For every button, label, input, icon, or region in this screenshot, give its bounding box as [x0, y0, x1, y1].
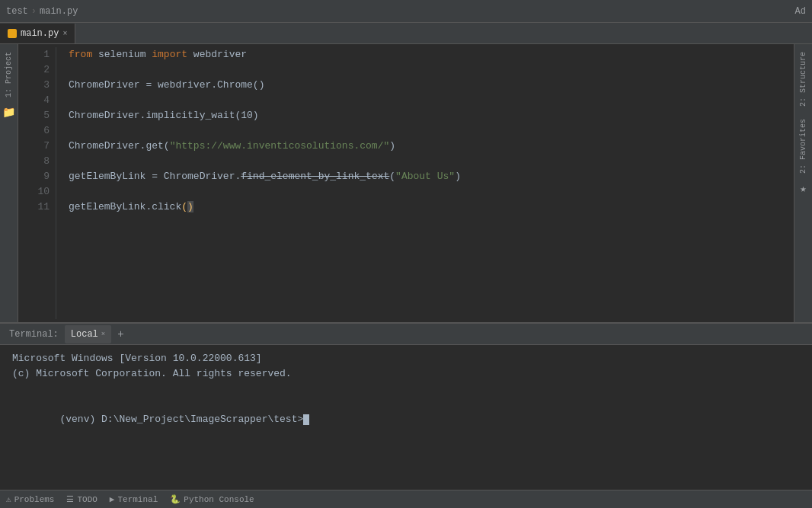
code-line-2 — [69, 62, 782, 78]
line-num-4: 4 — [24, 93, 50, 108]
code-line-9: getElemByLink = ChromeDriver.find_elemen… — [69, 169, 782, 184]
tab-label: main.py — [21, 28, 59, 39]
code-line-6 — [69, 123, 782, 139]
line-num-11: 11 — [24, 200, 50, 215]
breadcrumb: test › main.py — [6, 6, 78, 17]
terminal-prompt-line: (venv) D:\New_Project\ImageScrapper\test… — [12, 397, 800, 443]
code-lines: from selenium import webdriver ChromeDri… — [56, 47, 794, 319]
breadcrumb-file[interactable]: main.py — [40, 6, 78, 17]
line-num-9: 9 — [24, 169, 50, 184]
python-console-label: Python Console — [184, 495, 254, 504]
terminal-cursor — [303, 414, 309, 425]
tab-close-button[interactable]: × — [62, 30, 67, 38]
left-sidebar: 1: Project 📁 — [0, 44, 18, 322]
panel-area: Terminal: Local × + Microsoft Windows [V… — [0, 322, 812, 490]
line-num-10: 10 — [24, 184, 50, 200]
right-sidebar: 2: Structure 2: Favorites ★ — [794, 44, 812, 322]
sidebar-item-project[interactable]: 1: Project — [3, 47, 14, 102]
status-item-todo[interactable]: ☰ TODO — [66, 494, 97, 504]
todo-icon: ☰ — [66, 494, 74, 504]
line-num-3: 3 — [24, 78, 50, 93]
star-icon[interactable]: ★ — [797, 181, 810, 195]
file-tab-main[interactable]: main.py × — [0, 24, 75, 43]
line-num-5: 5 — [24, 108, 50, 123]
top-bar-right: Ad — [795, 6, 806, 17]
line-num-7: 7 — [24, 139, 50, 154]
status-item-terminal[interactable]: ▶ Terminal — [110, 494, 158, 504]
status-item-problems[interactable]: ⚠ Problems — [6, 494, 54, 504]
main-area: 1: Project 📁 1 2 3 4 5 6 7 8 9 10 11 — [0, 44, 812, 490]
panel-terminal-label: Terminal: — [6, 329, 62, 340]
sidebar-item-structure[interactable]: 2: Structure — [798, 47, 809, 111]
editor-area: 1 2 3 4 5 6 7 8 9 10 11 from selenium im… — [18, 44, 794, 322]
code-line-5: ChromeDriver.implicitly_wait(10) — [69, 108, 782, 123]
terminal-line-2: (c) Microsoft Corporation. All rights re… — [12, 366, 800, 382]
line-num-6: 6 — [24, 123, 50, 139]
breadcrumb-project[interactable]: test — [6, 6, 28, 17]
line-numbers: 1 2 3 4 5 6 7 8 9 10 11 — [18, 47, 56, 319]
panel-tab-local[interactable]: Local × — [65, 325, 111, 343]
tab-file-icon — [8, 29, 17, 38]
code-line-7: ChromeDriver.get("https://www.inventicos… — [69, 139, 782, 154]
tabs-row: main.py × — [0, 23, 812, 44]
terminal-line-3 — [12, 382, 800, 397]
code-line-11: getElemByLink.click() — [69, 200, 782, 215]
line-num-1: 1 — [24, 47, 50, 62]
code-line-1: from selenium import webdriver — [69, 47, 782, 62]
breadcrumb-sep: › — [31, 6, 37, 17]
line-num-8: 8 — [24, 154, 50, 169]
panel-tab-close[interactable]: × — [101, 331, 105, 338]
panel-tab-plus[interactable]: + — [114, 328, 126, 340]
sidebar-item-favorites[interactable]: 2: Favorites — [798, 114, 809, 178]
terminal-line-1: Microsoft Windows [Version 10.0.22000.61… — [12, 351, 800, 366]
code-line-10 — [69, 184, 782, 200]
code-line-8 — [69, 154, 782, 169]
line-num-2: 2 — [24, 62, 50, 78]
status-item-python-console[interactable]: 🐍 Python Console — [170, 494, 254, 504]
terminal-status-label: Terminal — [117, 495, 158, 504]
code-container[interactable]: 1 2 3 4 5 6 7 8 9 10 11 from selenium im… — [18, 44, 794, 322]
folder-icon[interactable]: 📁 — [2, 105, 16, 119]
panel-content[interactable]: Microsoft Windows [Version 10.0.22000.61… — [0, 345, 812, 490]
top-bar: test › main.py Ad — [0, 0, 812, 23]
terminal-prompt-text: (venv) D:\New_Project\ImageScrapper\test… — [59, 414, 303, 425]
problems-label: Problems — [14, 495, 55, 504]
panel-tab-local-label: Local — [71, 329, 98, 340]
warning-icon: ⚠ — [6, 494, 11, 504]
code-line-4 — [69, 93, 782, 108]
terminal-status-icon: ▶ — [110, 494, 115, 504]
python-console-icon: 🐍 — [170, 494, 181, 504]
code-line-3: ChromeDriver = webdriver.Chrome() — [69, 78, 782, 93]
status-bar: ⚠ Problems ☰ TODO ▶ Terminal 🐍 Python Co… — [0, 490, 812, 508]
panel-tabs: Terminal: Local × + — [0, 324, 812, 345]
todo-label: TODO — [77, 495, 97, 504]
